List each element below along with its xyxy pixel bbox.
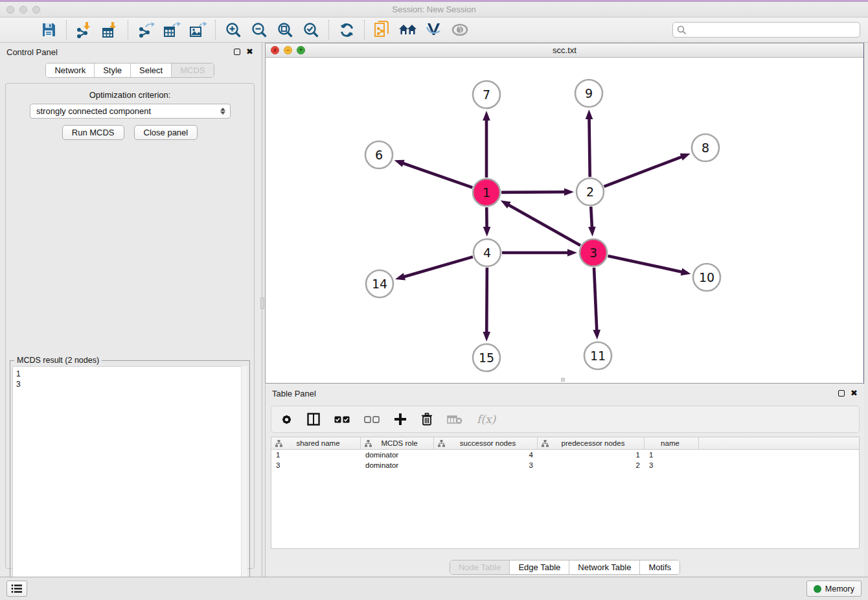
tab-motifs[interactable]: Motifs: [640, 560, 680, 574]
result-scrollbar[interactable]: [241, 366, 247, 600]
import-table-button[interactable]: [99, 19, 121, 40]
close-panel-button[interactable]: Close panel: [134, 125, 198, 140]
cyndex-button[interactable]: [423, 19, 445, 40]
table-cell[interactable]: 1: [271, 451, 361, 459]
column-label: MCDS role: [372, 439, 433, 447]
edge-2-3[interactable]: [591, 207, 592, 228]
open-session-button[interactable]: [12, 19, 34, 40]
edge-3-1[interactable]: [508, 205, 580, 246]
canvas-resize-handle[interactable]: [561, 378, 565, 382]
close-table-panel-icon[interactable]: ✖: [851, 390, 858, 397]
hide-graphics-button[interactable]: [449, 19, 471, 40]
tab-network[interactable]: Network: [46, 63, 95, 77]
table-settings-button[interactable]: [280, 413, 293, 426]
float-table-panel-icon[interactable]: [838, 390, 845, 397]
float-panel-icon[interactable]: [234, 49, 240, 55]
select-all-button[interactable]: [334, 416, 350, 423]
function-builder-button[interactable]: f(x): [477, 413, 496, 426]
select-stepper-icon: [220, 108, 225, 115]
table-cell[interactable]: 1: [645, 451, 699, 459]
hierarchy-icon: [542, 440, 549, 447]
table-row[interactable]: 3dominator323: [271, 460, 859, 470]
edge-2-8[interactable]: [604, 157, 682, 187]
save-floppy-icon: [41, 22, 56, 38]
network-document-icon: [374, 21, 391, 39]
table-cell[interactable]: dominator: [361, 451, 434, 459]
export-table-button[interactable]: [161, 19, 183, 40]
import-table-icon: [102, 21, 119, 38]
edge-arrowhead: [593, 330, 600, 340]
memory-button[interactable]: Memory: [806, 581, 862, 597]
table-row[interactable]: 1dominator411: [271, 450, 859, 460]
column-header-successor-nodes[interactable]: successor nodes: [434, 437, 538, 449]
delete-table-button[interactable]: [447, 415, 463, 424]
plus-icon: [394, 413, 407, 426]
add-column-button[interactable]: [394, 413, 407, 426]
edge-4-15[interactable]: [486, 268, 487, 333]
column-header-predecessor-nodes[interactable]: predecessor nodes: [538, 437, 645, 449]
mcds-panel: Optimization criterion: strongly connect…: [5, 83, 255, 569]
status-bar: Memory: [0, 577, 868, 600]
edge-3-10[interactable]: [608, 256, 682, 272]
table-cell[interactable]: 2: [538, 461, 645, 469]
column-label: predecessor nodes: [549, 439, 644, 447]
export-image-button[interactable]: [187, 19, 209, 40]
edge-arrowhead: [501, 200, 511, 208]
network-document-button[interactable]: [371, 19, 393, 40]
export-network-button[interactable]: [135, 19, 157, 40]
eye-icon: [451, 23, 469, 36]
mcds-result-title: MCDS result (2 nodes): [14, 356, 102, 365]
table-cell[interactable]: 3: [645, 461, 699, 469]
zoom-fit-button[interactable]: [274, 19, 296, 40]
tab-network-table[interactable]: Network Table: [569, 560, 640, 574]
zoom-in-button[interactable]: [222, 19, 244, 40]
search-input[interactable]: [672, 22, 860, 38]
tab-select[interactable]: Select: [131, 63, 172, 77]
column-layout-button[interactable]: [307, 413, 320, 426]
home-pages-button[interactable]: [397, 19, 419, 40]
node-label-1: 1: [483, 185, 490, 200]
delete-column-button[interactable]: [421, 413, 433, 426]
node-table[interactable]: shared nameMCDS rolesuccessor nodesprede…: [271, 437, 860, 549]
tab-mcds[interactable]: MCDS: [172, 63, 213, 77]
table-cell[interactable]: 3: [434, 461, 538, 469]
column-header-name[interactable]: name: [645, 437, 699, 449]
table-cell[interactable]: 4: [434, 451, 538, 459]
control-panel-tabs: Network Style Select MCDS: [0, 63, 260, 78]
tab-style[interactable]: Style: [95, 63, 131, 77]
zoom-out-button[interactable]: [248, 19, 270, 40]
column-label: name: [648, 439, 698, 447]
edge-2-9[interactable]: [589, 118, 590, 177]
save-session-button[interactable]: [38, 19, 60, 40]
divider-handle[interactable]: [260, 297, 264, 309]
edge-1-6[interactable]: [402, 163, 472, 188]
edge-4-14[interactable]: [404, 257, 473, 277]
tab-edge-table[interactable]: Edge Table: [510, 560, 569, 574]
gear-icon: [280, 413, 293, 426]
table-cell[interactable]: 3: [271, 461, 361, 469]
network-canvas[interactable]: 7968124314101511: [266, 58, 863, 383]
table-toolbar: f(x): [271, 406, 860, 433]
zoom-selected-button[interactable]: [300, 19, 322, 40]
tab-node-table[interactable]: Node Table: [450, 560, 510, 574]
edge-1-2[interactable]: [501, 192, 565, 192]
criterion-select[interactable]: strongly connected component: [30, 104, 231, 119]
table-panel: Table Panel ✖ f(x) shared nameMCDS roles…: [265, 384, 864, 577]
column-header-MCDS-role[interactable]: MCDS role: [361, 437, 434, 449]
edge-3-11[interactable]: [594, 268, 597, 331]
mcds-result-text[interactable]: 1 3: [12, 366, 247, 600]
run-mcds-button[interactable]: Run MCDS: [62, 125, 124, 140]
table-cell[interactable]: dominator: [361, 461, 434, 469]
column-header-shared-name[interactable]: shared name: [271, 437, 361, 449]
close-panel-icon[interactable]: ✖: [246, 49, 253, 55]
edge-arrowhead: [680, 154, 691, 161]
apply-layout-button[interactable]: [336, 19, 358, 40]
export-image-icon: [189, 21, 207, 38]
import-network-button[interactable]: [73, 19, 95, 40]
deselect-all-button[interactable]: [364, 416, 380, 423]
network-graph[interactable]: 7968124314101511: [266, 58, 863, 383]
show-panels-button[interactable]: [6, 581, 27, 597]
panel-divider[interactable]: [260, 43, 265, 577]
table-panel-title: Table Panel: [272, 389, 316, 398]
table-cell[interactable]: 1: [538, 451, 645, 459]
